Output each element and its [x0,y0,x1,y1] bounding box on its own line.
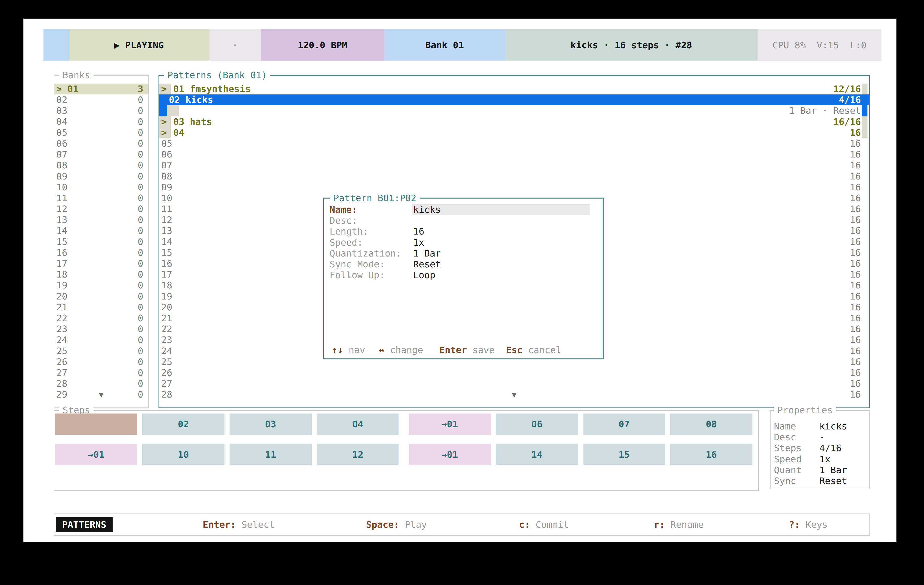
bank-row[interactable]: 250 [54,346,148,356]
bank-row[interactable]: 120 [54,204,148,214]
modal-hotkey-hint: ↔ change [379,345,423,356]
bank-row[interactable]: 140 [54,225,148,236]
step-cell-13[interactable]: →01 [409,444,491,465]
step-cell-7[interactable]: 07 [583,414,665,435]
bank-row[interactable]: 060 [54,138,148,149]
bank-row[interactable]: 100 [54,182,148,193]
bank-pattern-count: 0 [138,149,143,160]
pattern-number: 06 [161,149,172,160]
bank-display: Bank 01 [384,29,505,61]
step-cell-3[interactable]: 03 [229,414,312,435]
property-label: Steps [774,443,802,453]
pattern-row[interactable]: 2716 [159,378,869,389]
step-cell-16[interactable]: 16 [670,444,752,465]
bank-row[interactable]: 020 [54,94,148,105]
hotkey-key: Space: [366,519,399,530]
pattern-number: 20 [161,302,172,313]
modal-field-label: Desc: [330,215,357,226]
pattern-row[interactable]: 0616 [159,149,869,160]
bank-row[interactable]: 230 [54,324,148,335]
step-cell-14[interactable]: 14 [496,444,578,465]
bank-row[interactable]: 070 [54,149,148,160]
hotkey-label: Commit [530,519,569,530]
bank-row[interactable]: 090 [54,171,148,182]
bank-row[interactable]: 260 [54,356,148,367]
bank-row[interactable]: 29▼0 [54,389,148,400]
bank-row[interactable]: 240 [54,335,148,345]
pattern-row[interactable]: 0716 [159,160,869,171]
step-cell-10[interactable]: 10 [142,444,224,465]
bank-number: 05 [56,127,68,138]
modal-field-desc[interactable]: Desc: [324,215,602,226]
pattern-row[interactable]: 0816 [159,171,869,182]
property-label: Speed [774,454,802,465]
pattern-number: 08 [161,171,172,182]
bank-pattern-count: 0 [138,313,143,324]
pattern-row[interactable]: >0416 [159,127,869,138]
step-cell-4[interactable]: 04 [317,414,399,435]
bank-row[interactable]: 170 [54,258,148,269]
property-value: 1 Bar [819,465,847,476]
bank-pattern-count: 0 [138,258,143,269]
bank-pattern-count: 0 [138,116,143,127]
modal-field-followup[interactable]: Follow Up:Loop [324,270,602,281]
terminal-canvas: ▶ PLAYING · 120.0 BPM Bank 01 kicks · 16… [23,18,896,542]
modal-hotkey-hint: Enter save [439,345,495,356]
bank-number: 27 [56,367,68,378]
property-row: Desc- [771,432,869,443]
bank-pattern-count: 0 [138,236,143,247]
pattern-edit-modal-title: Pattern B01:P02 [330,192,420,204]
modal-field-speed[interactable]: Speed:1x [324,237,602,248]
modal-field-label: Sync Mode: [330,259,385,270]
property-row: SyncReset [771,476,869,486]
bank-row[interactable]: 040 [54,116,148,127]
step-cell-6[interactable]: 06 [496,414,578,435]
bank-row[interactable]: 190 [54,280,148,291]
bank-row[interactable]: 080 [54,160,148,171]
pattern-row[interactable]: 0516 [159,138,869,149]
step-cell-12[interactable]: 12 [317,444,399,465]
modal-field-quantization[interactable]: Quantization:1 Bar [324,248,602,259]
pattern-detail-row: 1 Bar · Reset [159,105,869,116]
bank-row[interactable]: 030 [54,105,148,116]
bank-row[interactable]: 220 [54,313,148,324]
pattern-steps-value: 16/16 [833,116,861,127]
pattern-row[interactable]: 2816▼ [159,389,869,400]
bank-row[interactable]: 110 [54,193,148,204]
bank-row[interactable]: 180 [54,269,148,280]
modal-field-length[interactable]: Length:16 [324,226,602,237]
modal-field-syncmode[interactable]: Sync Mode:Reset [324,259,602,270]
bank-row[interactable]: > 013 [54,84,148,94]
bank-row[interactable]: 160 [54,247,148,258]
pattern-row[interactable]: >03 hats16/16 [159,116,869,127]
bank-row[interactable]: 280 [54,378,148,389]
bank-number: 21 [56,302,68,313]
pattern-steps-value: 4/16 [839,94,861,105]
pattern-row-selected[interactable]: 02 kicks4/16 [159,94,869,105]
bank-row[interactable]: 270 [54,367,148,378]
bank-row[interactable]: 130 [54,214,148,225]
step-cell-2[interactable]: 02 [142,414,224,435]
step-cell-8[interactable]: 08 [670,414,752,435]
bpm-display: 120.0 BPM [261,29,384,61]
bank-row[interactable]: 210 [54,302,148,313]
pattern-row[interactable]: 2616 [159,367,869,378]
step-cell-5[interactable]: →01 [409,414,491,435]
step-cell-9[interactable]: →01 [55,444,137,465]
pattern-row[interactable]: >01 fmsynthesis12/16 [159,84,869,94]
bank-pattern-count: 0 [138,324,143,335]
bottom-hotkey-bar: PATTERNS Enter: SelectSpace: Playc: Comm… [54,514,870,536]
bank-pattern-count: 0 [138,182,143,193]
step-cell-1[interactable] [55,414,137,435]
step-cell-11[interactable]: 11 [229,444,312,465]
pattern-row[interactable]: 0916 [159,182,869,193]
bank-pattern-count: 0 [138,335,143,345]
bank-row[interactable]: 150 [54,236,148,247]
pattern-detail-text: 1 Bar · Reset [789,105,861,116]
modal-field-label: Name: [330,204,357,215]
bank-number: 10 [56,182,68,193]
bank-row[interactable]: 050 [54,127,148,138]
step-cell-15[interactable]: 15 [583,444,665,465]
selection-edge-block [159,105,167,116]
bank-row[interactable]: 200 [54,291,148,302]
